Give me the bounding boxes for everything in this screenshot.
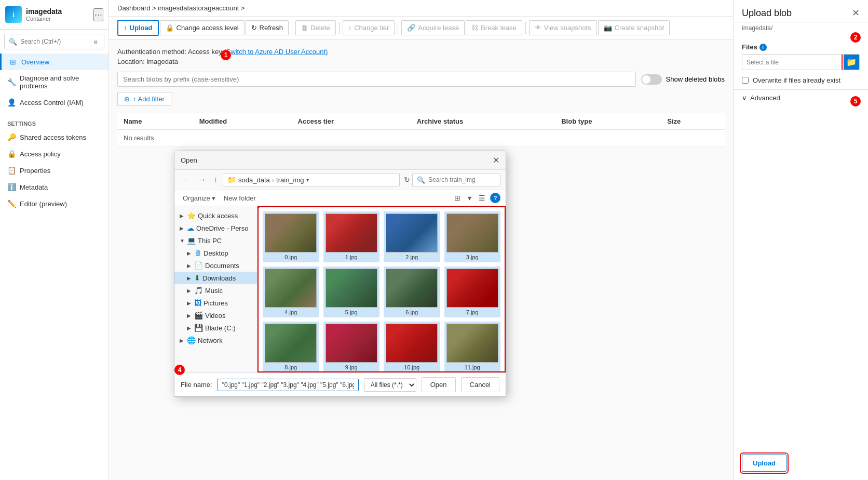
overview-icon: ⊞ [9, 58, 17, 66]
tree-item-pictures[interactable]: ▶ 🖼 Pictures [174, 297, 257, 309]
change-tier-button[interactable]: ↕ Change tier [343, 20, 395, 35]
documents-icon: 📄 [194, 261, 203, 270]
music-label: Music [205, 287, 223, 295]
cancel-button[interactable]: Cancel [461, 377, 499, 392]
sidebar-header: i imagedata Container ··· [0, 0, 108, 30]
diagnose-icon: 🔧 [7, 78, 16, 86]
sidebar-item-editor[interactable]: ✏️ Editor (preview) [0, 195, 108, 212]
tree-item-documents[interactable]: ▶ 📄 Documents [174, 259, 257, 272]
tree-item-network[interactable]: ▶ 🌐 Network [174, 334, 257, 346]
acquire-lease-button[interactable]: 🔗 Acquire lease [401, 20, 465, 35]
sidebar-item-access-control-label: Access Control (IAM) [20, 99, 84, 106]
breadcrumb-storage[interactable]: imagesdatastorageaccount [158, 4, 239, 12]
toolbar-divider-2 [339, 22, 340, 34]
network-icon: 🌐 [187, 336, 196, 344]
break-lease-label: Break lease [481, 24, 517, 32]
tree-item-videos[interactable]: ▶ 🎬 Videos [174, 309, 257, 322]
tree-item-blade[interactable]: ▶ 💾 Blade (C:) [174, 322, 257, 334]
file-thumb-8[interactable]: 8.jpg [263, 322, 319, 372]
nav-up-button[interactable]: ↑ [211, 174, 221, 185]
tree-item-music[interactable]: ▶ 🎵 Music [174, 284, 257, 297]
documents-label: Documents [205, 262, 239, 270]
help-button[interactable]: ? [490, 193, 500, 203]
show-deleted-toggle[interactable] [641, 74, 662, 85]
sidebar-item-access-control[interactable]: 👤 Access Control (IAM) [0, 94, 108, 111]
file-thumb-1[interactable]: 1.jpg [323, 211, 380, 262]
view-dropdown-button[interactable]: ▾ [465, 192, 474, 204]
chevron-down-icon: ∨ [742, 94, 747, 102]
file-thumb-9[interactable]: 9.jpg [323, 322, 380, 372]
tree-item-desktop[interactable]: ▶ 🖥 Desktop [174, 247, 257, 259]
file-path-input[interactable] [742, 56, 844, 69]
upload-button[interactable]: ↑ Upload [117, 20, 159, 36]
metadata-icon: ℹ️ [7, 183, 16, 191]
view-large-button[interactable]: ⊞ [452, 192, 463, 204]
file-thumb-0[interactable]: 0.jpg [263, 211, 319, 262]
filename-input[interactable] [218, 379, 359, 391]
sidebar-item-editor-label: Editor (preview) [20, 200, 67, 208]
tree-item-quick-access[interactable]: ▶ ⭐ Quick access [174, 209, 257, 222]
collapse-button[interactable]: « [91, 36, 100, 47]
tree-item-onedrive[interactable]: ▶ ☁ OneDrive - Perso [174, 222, 257, 234]
delete-button[interactable]: 🗑 Delete [295, 20, 336, 35]
break-lease-button[interactable]: ⛓ Break lease [466, 20, 522, 35]
file-thumb-3[interactable]: 3.jpg [444, 211, 501, 262]
file-thumb-10[interactable]: 10.jpg [384, 322, 440, 372]
sidebar-item-access-policy[interactable]: 🔒 Access policy [0, 145, 108, 162]
tree-item-this-pc[interactable]: ▼ 💻 This PC [174, 234, 257, 247]
change-access-label: Change access level [177, 24, 239, 32]
change-access-button[interactable]: 🔒 Change access level [160, 20, 245, 35]
view-snapshots-button[interactable]: 👁 View snapshots [529, 20, 597, 35]
create-snapshot-button[interactable]: 📷 Create snapshot [598, 20, 670, 35]
breadcrumb-dashboard[interactable]: Dashboard [117, 4, 151, 12]
sidebar-item-overview[interactable]: ⊞ Overview [0, 54, 108, 70]
access-control-icon: 👤 [7, 98, 16, 106]
upload-panel-close-button[interactable]: ✕ [852, 7, 860, 19]
search-input[interactable] [20, 38, 88, 45]
blob-search-input[interactable] [117, 72, 636, 87]
path-part-2: train_img [276, 176, 304, 184]
dialog-search-input[interactable] [428, 176, 496, 183]
auth-switch-link[interactable]: (Switch to Azure AD User Account) [224, 48, 328, 56]
upload-action-button[interactable]: Upload [742, 455, 786, 472]
thumb-label-9: 9.jpg [345, 364, 358, 370]
nav-forward-button[interactable]: → [195, 174, 209, 185]
new-folder-label: New folder [224, 194, 256, 202]
path-separator: › [272, 176, 274, 184]
pictures-label: Pictures [204, 299, 228, 307]
sidebar-item-properties[interactable]: 📋 Properties [0, 162, 108, 179]
file-thumb-5[interactable]: 5.jpg [323, 266, 380, 317]
file-thumb-7[interactable]: 7.jpg [444, 266, 501, 317]
path-dropdown-button[interactable]: ▾ [306, 177, 309, 183]
open-button[interactable]: Open [422, 377, 456, 392]
tree-item-downloads[interactable]: ▶ ⬇ Downloads [174, 272, 257, 284]
add-filter-button[interactable]: ⊕ + Add filter [117, 92, 171, 106]
sidebar-item-metadata[interactable]: ℹ️ Metadata [0, 179, 108, 195]
thumb-label-8: 8.jpg [284, 364, 297, 370]
dialog-title: Open [181, 156, 197, 164]
sidebar-item-shared-access[interactable]: 🔑 Shared access tokens [0, 129, 108, 145]
files-info-icon[interactable]: i [760, 44, 767, 51]
nav-back-button[interactable]: ← [180, 174, 193, 185]
refresh-button[interactable]: ↻ Refresh [246, 20, 289, 35]
view-details-button[interactable]: ☰ [476, 192, 488, 204]
organize-button[interactable]: Organize ▾ [180, 193, 219, 204]
new-folder-button[interactable]: New folder [221, 193, 259, 204]
file-thumb-6[interactable]: 6.jpg [384, 266, 440, 317]
resource-logo: i [5, 6, 22, 23]
table-header-row: Name Modified Access tier Archive status… [117, 113, 725, 130]
overwrite-checkbox[interactable] [742, 77, 749, 84]
sidebar-menu-button[interactable]: ··· [93, 8, 103, 21]
file-browse-button[interactable]: 📁 [844, 55, 859, 70]
sidebar-item-diagnose[interactable]: 🔧 Diagnose and solve problems [0, 70, 108, 94]
thumb-img-1 [326, 214, 377, 252]
file-thumb-11[interactable]: 11.jpg [444, 322, 501, 372]
filetype-select[interactable]: All files (*.*) [364, 378, 416, 392]
toolbar-divider-3 [398, 22, 398, 34]
dialog-close-button[interactable]: ✕ [493, 155, 499, 165]
path-refresh-button[interactable]: ↻ [404, 176, 410, 184]
file-thumb-4[interactable]: 4.jpg [263, 266, 319, 317]
thumb-label-6: 6.jpg [405, 309, 418, 315]
advanced-toggle-button[interactable]: ∨ Advanced [742, 94, 780, 102]
file-thumb-2[interactable]: 2.jpg [384, 211, 440, 262]
